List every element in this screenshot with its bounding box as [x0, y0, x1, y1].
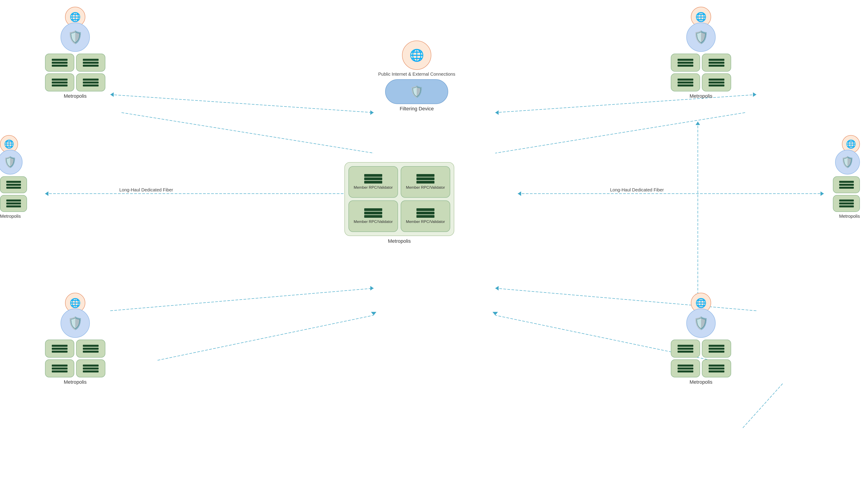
tr-metro-label: Metropolis — [689, 93, 712, 99]
rpc-label-2: Member RPC/Validator — [406, 185, 445, 190]
svg-marker-5 — [495, 110, 499, 115]
top-left-metro: 🌐 🛡️ — [45, 7, 105, 99]
central-metropolis: Member RPC/Validator Member RPC/Validato… — [344, 162, 454, 244]
tr-server-3 — [671, 73, 700, 91]
svg-marker-20 — [695, 122, 700, 125]
br-server-1 — [671, 340, 700, 358]
rpc-label-1: Member RPC/Validator — [354, 185, 393, 190]
l-server-2 — [0, 195, 27, 212]
svg-line-8 — [110, 288, 374, 311]
bottom-right-metro: 🌐 🛡️ — [671, 293, 731, 385]
svg-marker-24 — [493, 312, 498, 315]
tl-server-3 — [45, 73, 74, 91]
center-internet-label: Public Internet & External Connections — [378, 71, 455, 77]
svg-marker-1 — [370, 110, 374, 115]
svg-line-21 — [158, 315, 374, 360]
tr-server-2 — [702, 54, 731, 71]
fiber-label-left: Long-Haul Dedicated Fiber — [117, 187, 175, 193]
central-metropolis-label: Metropolis — [344, 238, 454, 244]
tl-server-1 — [45, 54, 74, 71]
rpc-pod-1: Member RPC/Validator — [348, 166, 398, 198]
svg-marker-2 — [110, 92, 114, 97]
br-shield: 🛡️ — [686, 308, 716, 338]
l-shield: 🛡️ — [0, 150, 23, 175]
diagram-container: 🌐 Public Internet & External Connections… — [0, 0, 868, 490]
svg-marker-11 — [495, 286, 499, 290]
r-server-1 — [833, 176, 860, 193]
rpc-pod-3: Member RPC/Validator — [348, 201, 398, 232]
br-server-3 — [671, 359, 700, 377]
left-metro: 🌐 🛡️ Metropolis — [0, 135, 27, 219]
svg-line-3 — [122, 113, 374, 153]
bl-server-3 — [45, 359, 74, 377]
svg-marker-16 — [518, 191, 521, 196]
tr-server-1 — [671, 54, 700, 71]
bl-shield: 🛡️ — [61, 308, 90, 338]
l-metro-label: Metropolis — [0, 214, 21, 219]
svg-line-0 — [110, 95, 374, 113]
svg-marker-9 — [370, 286, 374, 290]
br-server-4 — [702, 359, 731, 377]
top-right-metro: 🌐 🛡️ — [671, 7, 731, 99]
br-metro-label: Metropolis — [689, 379, 712, 385]
tl-server-4 — [76, 73, 105, 91]
svg-marker-6 — [753, 92, 756, 97]
tr-shield: 🛡️ — [686, 23, 716, 52]
tl-shield: 🛡️ — [61, 23, 90, 52]
rpc-label-3: Member RPC/Validator — [354, 219, 393, 224]
shield-icon-center: 🛡️ — [410, 85, 424, 98]
fiber-label-right: Long-Haul Dedicated Fiber — [608, 187, 666, 193]
bl-metro-label: Metropolis — [64, 379, 87, 385]
tr-server-4 — [702, 73, 731, 91]
bl-server-1 — [45, 340, 74, 358]
bl-server-4 — [76, 359, 105, 377]
filtering-device: 🛡️ — [385, 79, 448, 104]
center-node: 🌐 Public Internet & External Connections… — [378, 40, 455, 112]
rpc-label-4: Member RPC/Validator — [406, 219, 445, 224]
globe-icon: 🌐 — [409, 49, 424, 62]
filter-label: Filtering Device — [400, 106, 434, 112]
l-server-1 — [0, 176, 27, 193]
center-internet-globe: 🌐 — [402, 40, 431, 70]
rpc-pod-4: Member RPC/Validator — [401, 201, 450, 232]
r-server-2 — [833, 195, 860, 212]
rpc-pod-2: Member RPC/Validator — [401, 166, 450, 198]
svg-marker-13 — [45, 191, 49, 196]
tl-server-2 — [76, 54, 105, 71]
right-metro: 🌐 🛡️ Metropolis — [833, 135, 860, 219]
svg-line-25 — [743, 383, 783, 428]
r-metro-label: Metropolis — [839, 214, 860, 219]
r-shield: 🛡️ — [835, 150, 860, 175]
svg-marker-17 — [820, 191, 824, 196]
svg-marker-22 — [371, 312, 376, 315]
bl-server-2 — [76, 340, 105, 358]
bottom-left-metro: 🌐 🛡️ — [45, 293, 105, 385]
br-server-2 — [702, 340, 731, 358]
tl-metro-label: Metropolis — [64, 93, 87, 99]
svg-line-7 — [495, 113, 745, 153]
